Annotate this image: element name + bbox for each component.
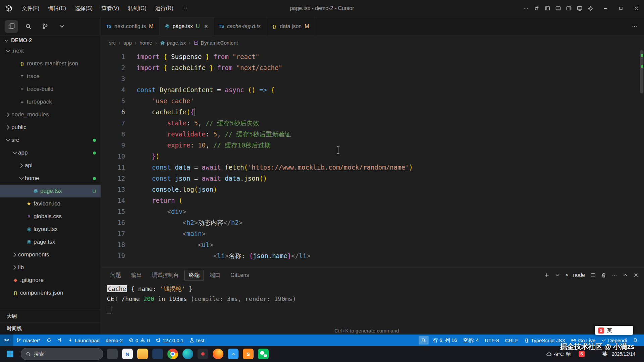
activity-chev-down-button[interactable] (55, 20, 68, 33)
taskbar-search[interactable]: 搜索 (21, 348, 103, 360)
panel-tab-问题[interactable]: 问题 (106, 270, 125, 281)
taskbar-icon-file-explorer[interactable] (137, 349, 148, 359)
layout-right-button[interactable] (566, 6, 572, 11)
encoding[interactable]: UTF-8 (482, 335, 502, 346)
maximize-button[interactable] (613, 0, 629, 17)
panel-tab-输出[interactable]: 输出 (127, 270, 146, 281)
code-editor[interactable]: 1import { Suspense } from "react"2import… (101, 49, 644, 267)
project-name[interactable]: demo-2 (103, 335, 126, 346)
taskbar-icon-media-app[interactable] (198, 349, 208, 359)
breadcrumb-item[interactable]: DynamicContent (194, 40, 238, 46)
tree-item[interactable]: {}routes-manifest.json (0, 57, 101, 70)
taskbar-icon-vscode[interactable] (228, 349, 238, 359)
tree-item[interactable]: ≡turbopack (0, 96, 101, 108)
breadcrumb-item[interactable]: page.tsx (160, 40, 186, 46)
tree-item[interactable]: ≡trace (0, 70, 101, 83)
code-line[interactable]: 13 console.log(json) (101, 184, 639, 195)
remote-indicator[interactable]: >< (0, 335, 13, 346)
tree-item[interactable]: public (0, 121, 101, 134)
tree-item[interactable]: api (0, 159, 101, 172)
tree-item[interactable]: layout.tsx (0, 223, 101, 236)
screen-button[interactable] (577, 6, 582, 11)
sidebar-section-大纲[interactable]: 大纲 (0, 310, 101, 322)
taskbar-icon-wechat[interactable] (258, 349, 269, 359)
layout-bottom-button[interactable] (555, 6, 561, 11)
code-line[interactable]: 2import { cacheLife } from "next/cache" (101, 62, 639, 73)
code-line[interactable]: 14 return ( (101, 195, 639, 206)
code-line[interactable]: 10 }) (101, 151, 639, 162)
tree-item[interactable]: lib (0, 261, 101, 274)
compare-changes[interactable] (54, 335, 65, 346)
problems[interactable]: 00 (126, 335, 153, 346)
tabbar-more-button[interactable] (625, 17, 644, 36)
menu-item[interactable]: 选择(S) (70, 3, 97, 14)
panel-tab-终端[interactable]: 终端 (185, 270, 204, 281)
activity-files-button[interactable] (5, 20, 18, 33)
activity-branch-button[interactable] (38, 20, 52, 33)
launchpad[interactable]: Launchpad (65, 335, 103, 346)
ime-mode[interactable]: 英 (602, 351, 607, 357)
code-line[interactable]: 7 stale: 5, // 缓存5秒后失效 (101, 118, 639, 129)
code-line[interactable]: 19 <li>名称: {json.name}</li> (101, 250, 639, 261)
code-line[interactable]: 12 const json = await data.json() (101, 173, 639, 184)
tree-item[interactable]: node_modules (0, 108, 101, 121)
editor-tab[interactable]: TScache-tag.d.ts (214, 17, 267, 36)
code-line[interactable]: 3 (101, 73, 639, 84)
kebab-button[interactable] (612, 273, 617, 278)
menu-item[interactable]: 运行(R) (151, 3, 178, 14)
explorer-root[interactable]: DEMO-2 (0, 36, 101, 45)
tree-item[interactable]: app (0, 146, 101, 159)
code-line[interactable]: 11 const data = await fetch('https://www… (101, 162, 639, 173)
tree-item[interactable]: page.tsx (0, 236, 101, 248)
taskbar-icon-chrome[interactable] (167, 349, 178, 359)
tree-item[interactable]: ≡trace-build (0, 83, 101, 96)
code-line[interactable]: 8 revalidate: 5, // 缓存5秒后重新验证 (101, 129, 639, 140)
gear-button[interactable] (588, 6, 593, 11)
panel-tab-GitLens[interactable]: GitLens (226, 270, 253, 280)
taskbar-icon-code-editor[interactable] (243, 349, 254, 359)
tree-item[interactable]: ★favicon.ico (0, 197, 101, 210)
breadcrumb-item[interactable]: app (123, 40, 132, 46)
editor-tab[interactable]: TSnext.config.tsM (101, 17, 159, 36)
terminal[interactable]: Cache { name: '钱揭鲍' }GET /home 200 in 19… (101, 283, 644, 335)
start-button[interactable] (3, 347, 17, 361)
breadcrumb-item[interactable]: home (140, 40, 152, 46)
chev-up-button[interactable] (623, 273, 628, 278)
code-line[interactable]: 16 <h2>动态内容</h2> (101, 217, 639, 228)
ime-mode-label[interactable]: 英 (607, 327, 612, 334)
git-branch[interactable]: master* (13, 335, 44, 346)
chev-down-button[interactable] (555, 273, 560, 278)
editor-tab[interactable]: page.tsxU× (159, 17, 214, 36)
code-line[interactable]: 4const DynamicContent = async () => { (101, 84, 639, 96)
menu-item[interactable]: 查看(V) (97, 3, 123, 14)
taskbar-icon-pinned-app[interactable] (107, 349, 118, 359)
breadcrumb-item[interactable]: src (109, 40, 116, 46)
code-line[interactable]: 5 'use cache' (101, 96, 639, 107)
close-button[interactable] (633, 273, 639, 278)
taskbar-icon-dev-tool[interactable] (152, 349, 163, 359)
swap-button[interactable] (534, 6, 539, 11)
weather-widget[interactable]: -9°C 晴 (546, 351, 571, 357)
menu-item[interactable]: 文件(F) (17, 3, 44, 14)
eol[interactable]: CRLF (502, 335, 521, 346)
taskbar-icon-firefox[interactable] (213, 349, 223, 359)
tree-item[interactable]: {}components.json (0, 287, 101, 299)
menu-item[interactable]: ··· (178, 3, 192, 14)
sogou-tray-icon[interactable]: S (579, 351, 585, 357)
taskbar-icon-notes-app[interactable] (122, 349, 133, 359)
sogou-icon[interactable]: S (598, 327, 604, 334)
split-button[interactable] (590, 273, 596, 278)
sync-changes[interactable] (44, 335, 54, 346)
sidebar-section-时间线[interactable]: 时间线 (0, 322, 101, 335)
close-tab-icon[interactable]: × (204, 23, 208, 30)
tree-item[interactable]: #globals.css (0, 210, 101, 223)
trash-button[interactable] (601, 273, 606, 278)
cursor-position[interactable]: 行 6, 列 16 (430, 335, 460, 346)
code-line[interactable]: 18 <ul> (101, 239, 639, 250)
indentation[interactable]: 空格: 4 (460, 335, 482, 346)
code-line[interactable]: 6 cacheLife({ (101, 107, 639, 118)
kebab-button[interactable] (523, 6, 529, 11)
panel-tab-端口[interactable]: 端口 (206, 270, 224, 281)
editor-tab[interactable]: {}data.jsonM (266, 17, 315, 36)
code-line[interactable]: 17 <main> (101, 228, 639, 239)
